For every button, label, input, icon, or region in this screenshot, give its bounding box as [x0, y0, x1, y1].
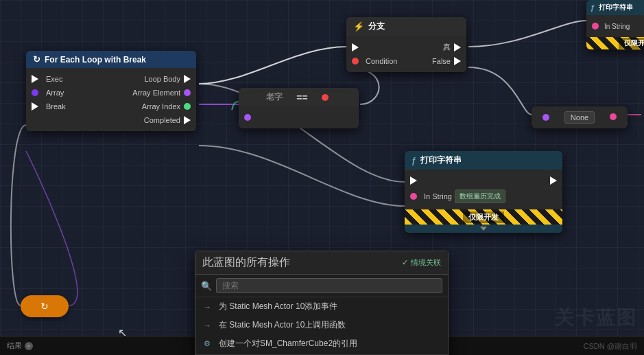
branch-false-pin [454, 57, 461, 65]
exec-label: Exec [46, 75, 62, 83]
context-item-2[interactable]: ⚙ 创建一个对SM_ChamferCube2的引用 [195, 334, 448, 353]
results-label: 结果 [7, 341, 22, 351]
loop-icon: ↻ [33, 54, 40, 65]
exec-in-pin [32, 75, 38, 83]
foreach-completed-row: Completed [26, 113, 196, 127]
context-item-label-2: 创建一个对SM_ChamferCube2的引用 [219, 338, 357, 350]
foreach-array-row: Array Array Element [26, 86, 196, 100]
none-row: None [537, 109, 622, 126]
orange-icon: ↻ [40, 301, 49, 312]
none-node: None [532, 106, 628, 128]
foreach-header: ↻ For Each Loop with Break [26, 51, 196, 68]
context-menu-header: 此蓝图的所有操作 ✓ 情境关联 [195, 251, 448, 275]
context-items-list: → 为 Static Mesh Actor 10添加事件 → 在 Static … [195, 297, 448, 355]
arrayindex-label: Array Index [142, 102, 180, 111]
print-instring-row: In String 数组遍历完成 [405, 187, 562, 205]
search-icon: 🔍 [201, 281, 212, 291]
branch-exec-row: 真 [346, 40, 466, 54]
print2-warning: 仅限开 [586, 37, 644, 49]
branch-header: ⚡ 分支 [346, 17, 466, 36]
break-in-pin [32, 102, 38, 111]
foreach-title: For Each Loop with Break [45, 55, 146, 65]
print2-header: ƒ 打印字符串 [586, 0, 644, 15]
arrayelement-pin [184, 89, 191, 96]
print-warning-text: 仅限开发 [463, 211, 504, 223]
equals-in-row [239, 111, 359, 124]
print2-instring-row: In String [586, 19, 644, 33]
print-header: ƒ 打印字符串 [405, 151, 562, 170]
context-item-0[interactable]: → 为 Static Mesh Actor 10添加事件 [195, 297, 448, 316]
results-item: 结果 × [7, 341, 33, 351]
loopbody-label: Loop Body [144, 75, 180, 83]
search-row: 🔍 [195, 275, 448, 297]
foreach-body: Exec Loop Body Array Array Element Break [26, 68, 196, 131]
print-exec-in [410, 176, 417, 185]
relation-label: 情境关联 [411, 257, 441, 268]
branch-condition-row: Condition False [346, 54, 466, 68]
checkmark-icon: ✓ [402, 258, 408, 267]
none-value: None [564, 111, 595, 124]
csdn-label: CSDN @谢白羽 [584, 341, 637, 352]
none-left-pin [542, 114, 549, 121]
arrow-icon-0: → [204, 303, 213, 311]
print2-icon: ƒ [591, 3, 595, 12]
branch-exec-in [352, 43, 359, 51]
none-body: None [532, 106, 628, 128]
print-exec-out [550, 176, 557, 185]
print2-instring-label: In String [604, 23, 630, 30]
foreach-exec-row: Exec Loop Body [26, 72, 196, 86]
context-item-1[interactable]: → 在 Static Mesh Actor 10上调用函数 [195, 316, 448, 334]
equals-right-pin [322, 94, 329, 101]
loopbody-pin [184, 75, 191, 83]
equals-body [239, 106, 359, 128]
context-menu-title: 此蓝图的所有操作 [202, 255, 290, 270]
print-node: ƒ 打印字符串 In String 数组遍历完成 仅限开发 [405, 151, 562, 233]
branch-body: 真 Condition False [346, 36, 466, 72]
completed-pin [184, 116, 191, 124]
array-in-pin [32, 89, 38, 96]
equals-node: 老字 == [239, 88, 359, 128]
print-instring-label: In String [424, 192, 452, 201]
completed-label: Completed [144, 116, 180, 124]
condition-label: Condition [366, 57, 397, 65]
arrayindex-pin [184, 103, 191, 110]
branch-false-label: False [432, 57, 451, 65]
equals-in-left [244, 114, 251, 121]
print-expand-chevron[interactable] [480, 227, 487, 231]
branch-true-pin [454, 43, 461, 51]
equals-header: 老字 == [239, 88, 359, 106]
branch-title: 分支 [368, 21, 385, 32]
print-title: 打印字符串 [420, 154, 462, 166]
context-relation[interactable]: ✓ 情境关联 [402, 257, 441, 268]
print2-pin [592, 23, 599, 30]
context-item-label-1: 在 Static Mesh Actor 10上调用函数 [219, 319, 346, 331]
branch-icon: ⚡ [353, 21, 364, 32]
print-instring-pin [410, 193, 417, 200]
print2-body: In String [586, 15, 644, 37]
print-warning-bar: 仅限开发 [405, 209, 562, 225]
print2-title: 打印字符串 [599, 3, 633, 12]
arrow-icon-1: → [204, 321, 213, 330]
close-label: × [27, 343, 30, 350]
print-body: In String 数组遍历完成 [405, 170, 562, 209]
print-exec-row [405, 174, 562, 187]
branch-true-label: 真 [443, 42, 451, 52]
array-label: Array [46, 89, 64, 97]
print2-node: ƒ 打印字符串 In String 仅限开 [586, 0, 644, 49]
watermark: 关卡蓝图 [555, 305, 637, 331]
print-icon: ƒ [412, 156, 416, 165]
context-menu: 此蓝图的所有操作 ✓ 情境关联 🔍 → 为 Static Mesh Actor … [195, 251, 449, 355]
orange-node: ↻ [21, 295, 69, 317]
print2-warning-text: 仅限开 [619, 38, 644, 49]
equals-label-left: 老字 [266, 91, 283, 103]
results-close-button[interactable]: × [25, 342, 33, 350]
equals-operator: == [294, 92, 310, 103]
foreach-break-row: Break Array Index [26, 100, 196, 113]
none-right-pin [610, 113, 617, 120]
context-item-label-0: 为 Static Mesh Actor 10添加事件 [219, 301, 337, 312]
foreach-node: ↻ For Each Loop with Break Exec Loop Bod… [26, 51, 196, 131]
condition-pin [352, 58, 359, 65]
gear-icon: ⚙ [204, 339, 213, 348]
arrayelement-label: Array Element [132, 89, 180, 97]
context-search-input[interactable] [216, 278, 442, 293]
